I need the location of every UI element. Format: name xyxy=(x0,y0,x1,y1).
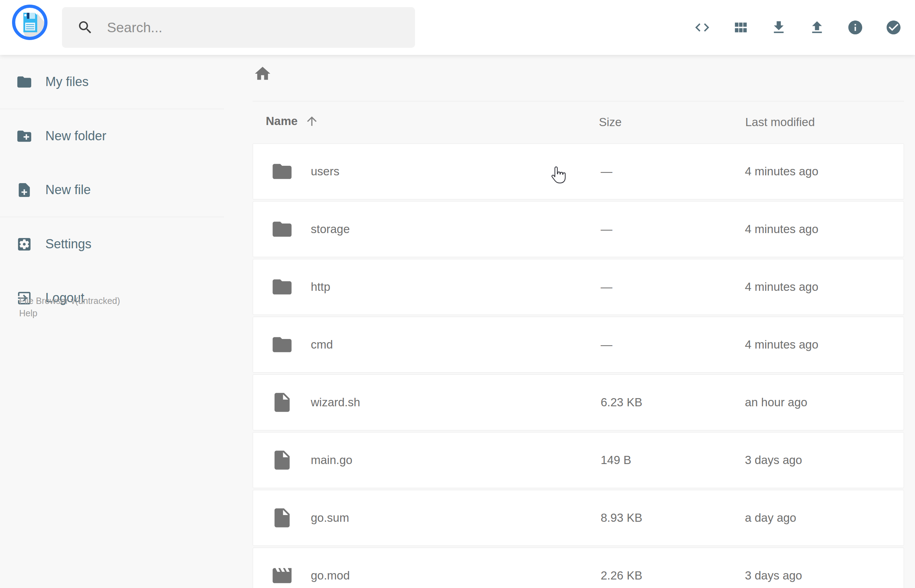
file-modified: 4 minutes ago xyxy=(745,165,818,178)
file-size: — xyxy=(601,280,613,294)
sidebar-item-new-folder[interactable]: New folder xyxy=(0,109,224,163)
file-modified: an hour ago xyxy=(745,396,807,409)
view-mode-button[interactable] xyxy=(729,16,752,39)
file-name: cmd xyxy=(311,338,333,351)
file-name: go.mod xyxy=(311,569,350,582)
file-size: — xyxy=(601,338,613,351)
sidebar-item-label: My files xyxy=(45,74,89,89)
settings-icon xyxy=(16,236,32,252)
file-size: 6.23 KB xyxy=(601,396,642,409)
file-modified: 4 minutes ago xyxy=(745,223,818,236)
file-modified: 4 minutes ago xyxy=(745,280,818,294)
folder-icon xyxy=(271,218,293,241)
upload-icon xyxy=(809,19,825,36)
sidebar-item-label: New folder xyxy=(45,129,106,144)
toolbar-actions xyxy=(676,0,905,55)
file-row[interactable]: wizard.sh6.23 KBan hour ago xyxy=(253,375,904,430)
column-name-label: Name xyxy=(266,115,297,128)
app-version-text: File Browser v(untracked) xyxy=(19,296,120,306)
file-name: http xyxy=(311,280,330,294)
folder-row[interactable]: users—4 minutes ago xyxy=(253,144,904,199)
file-icon xyxy=(271,391,293,414)
file-modified: 4 minutes ago xyxy=(745,338,818,351)
folder-row[interactable]: http—4 minutes ago xyxy=(253,259,904,315)
grid-icon xyxy=(732,19,749,36)
breadcrumb-home-button[interactable] xyxy=(253,64,273,84)
file-row[interactable]: main.go149 B3 days ago xyxy=(253,432,904,488)
search-icon xyxy=(77,19,94,36)
download-button[interactable] xyxy=(767,16,790,39)
file-browser-logo xyxy=(12,4,48,40)
file-listing-area: Name Size Last modified users—4 minutes … xyxy=(224,55,915,588)
create-new-folder-icon xyxy=(16,128,32,145)
file-name: main.go xyxy=(311,453,352,467)
sidebar-item-my-files[interactable]: My files xyxy=(0,55,224,109)
folder-icon xyxy=(271,333,293,356)
column-header-modified[interactable]: Last modified xyxy=(745,115,815,129)
movie-icon xyxy=(271,564,293,587)
top-bar xyxy=(0,0,915,55)
folder-icon xyxy=(16,74,32,90)
search-input[interactable] xyxy=(107,20,415,36)
file-size: — xyxy=(601,223,613,236)
file-modified: 3 days ago xyxy=(745,453,802,467)
sidebar-item-new-file[interactable]: New file xyxy=(0,163,224,217)
file-list: users—4 minutes agostorage—4 minutes ago… xyxy=(253,144,904,588)
sidebar-footer: File Browser v(untracked) Help xyxy=(19,295,120,320)
file-row[interactable]: go.sum8.93 KBa day ago xyxy=(253,490,904,546)
file-name: storage xyxy=(311,223,350,236)
switch-view-button[interactable] xyxy=(690,16,714,39)
file-size: 2.26 KB xyxy=(601,569,642,582)
search-bar[interactable] xyxy=(62,7,415,48)
download-icon xyxy=(770,19,787,36)
file-icon xyxy=(271,507,293,529)
column-header-size[interactable]: Size xyxy=(599,115,622,129)
file-size: — xyxy=(601,165,613,178)
home-icon xyxy=(253,65,272,83)
info-button[interactable] xyxy=(844,16,867,39)
folder-row[interactable]: storage—4 minutes ago xyxy=(253,201,904,257)
file-size: 149 B xyxy=(601,453,631,467)
upload-button[interactable] xyxy=(805,16,829,39)
sidebar-item-settings[interactable]: Settings xyxy=(0,217,224,271)
help-link[interactable]: Help xyxy=(19,307,120,320)
note-add-icon xyxy=(16,182,32,199)
folder-icon xyxy=(271,160,293,183)
code-icon xyxy=(694,19,711,36)
sort-ascending-icon xyxy=(305,114,319,128)
sidebar-item-label: New file xyxy=(45,183,91,197)
info-icon xyxy=(847,19,863,36)
select-multiple-button[interactable] xyxy=(882,16,905,39)
file-row[interactable]: go.mod2.26 KB3 days ago xyxy=(253,548,904,588)
file-name: wizard.sh xyxy=(311,396,360,409)
file-modified: 3 days ago xyxy=(745,569,802,582)
file-icon xyxy=(271,449,293,472)
file-name: users xyxy=(311,165,339,178)
check-circle-icon xyxy=(885,19,902,36)
listing-header: Name Size Last modified xyxy=(253,101,904,144)
folder-icon xyxy=(271,276,293,298)
sidebar: My filesNew folderNew fileSettingsLogout xyxy=(0,55,224,588)
file-name: go.sum xyxy=(311,511,349,525)
folder-row[interactable]: cmd—4 minutes ago xyxy=(253,317,904,373)
sidebar-item-label: Settings xyxy=(45,237,91,252)
column-header-name[interactable]: Name xyxy=(266,114,319,128)
file-size: 8.93 KB xyxy=(601,511,642,525)
file-modified: a day ago xyxy=(745,511,796,525)
